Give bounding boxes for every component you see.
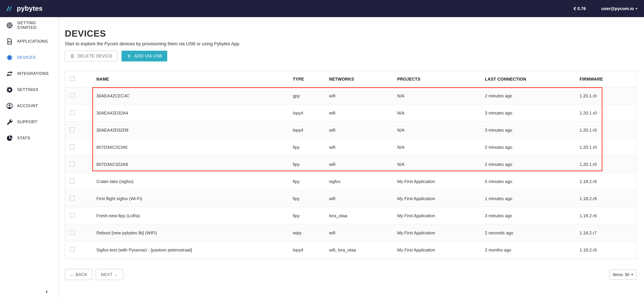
table-row[interactable]: Reboot [new pybytes lib] (WiFi)wipywifiM… bbox=[65, 224, 636, 242]
sidebar-item-devices[interactable]: DEVICES bbox=[0, 49, 58, 66]
devices-table-header: NAME TYPE NETWORKS PROJECTS LAST CONNECT… bbox=[65, 71, 636, 87]
device-networks: wifi bbox=[329, 144, 397, 150]
sidebar-item-label: ACCOUNT bbox=[17, 104, 38, 108]
layout: GETTING STARTEDAPPLICATIONSDEVICESINTEGR… bbox=[0, 17, 644, 299]
device-networks: wifi, lora_otaa bbox=[329, 248, 397, 252]
row-checkbox[interactable] bbox=[70, 127, 74, 132]
select-all-checkbox[interactable] bbox=[70, 76, 74, 81]
gear-icon bbox=[6, 86, 13, 93]
row-checkbox[interactable] bbox=[70, 213, 74, 218]
sidebar-item-applications[interactable]: APPLICATIONS bbox=[0, 33, 58, 49]
pagination: ← BACK NEXT → Items: 30 ▾ bbox=[65, 269, 636, 280]
row-checkbox-cell bbox=[65, 230, 96, 236]
column-header-firmware: FIRMWARE bbox=[580, 77, 636, 82]
row-checkbox-cell bbox=[65, 110, 96, 116]
chip-icon bbox=[6, 54, 13, 61]
sidebar-item-support[interactable]: SUPPORT bbox=[0, 114, 58, 130]
sidebar-collapse-button[interactable]: ‹ bbox=[46, 288, 48, 294]
sidebar-item-integrations[interactable]: INTEGRATIONS bbox=[0, 66, 58, 82]
device-name: 30AEA42CEC4C bbox=[96, 93, 293, 98]
sidebar-item-label: INTEGRATIONS bbox=[17, 71, 49, 76]
sidebar-item-label: DEVICES bbox=[17, 55, 36, 60]
sidebar-item-label: APPLICATIONS bbox=[17, 39, 48, 44]
user-menu[interactable]: user@pycom.io ▾ bbox=[601, 6, 637, 11]
next-button[interactable]: NEXT → bbox=[96, 269, 123, 280]
device-type: lopy4 bbox=[293, 110, 329, 115]
items-per-page-select[interactable]: Items: 30 ▾ bbox=[609, 270, 636, 280]
device-last-connection: 2 seconds ago bbox=[485, 230, 580, 235]
table-row[interactable]: 30AEA42CEC4CgpywifiN/A2 minutes ago1.20.… bbox=[65, 87, 636, 104]
row-checkbox[interactable] bbox=[70, 196, 74, 200]
row-checkbox[interactable] bbox=[70, 230, 74, 234]
sidebar-nav: GETTING STARTEDAPPLICATIONSDEVICESINTEGR… bbox=[0, 17, 58, 146]
delete-device-button[interactable]: DELETE DEVICE bbox=[65, 51, 118, 62]
pycom-logo-icon bbox=[5, 5, 14, 12]
code-document-icon bbox=[6, 38, 13, 45]
row-checkbox[interactable] bbox=[70, 144, 74, 149]
table-row[interactable]: 807D3AC31340fipywifiN/A2 minutes ago1.20… bbox=[65, 139, 636, 156]
device-projects: N/A bbox=[397, 110, 485, 115]
device-networks: sigfox bbox=[329, 179, 397, 184]
sidebar-item-getting-started[interactable]: GETTING STARTED bbox=[0, 17, 58, 33]
table-row[interactable]: First flight sigfox (Wi-Fi)fipywifiMy Fi… bbox=[65, 190, 636, 207]
device-firmware: 1.20.1.r0 bbox=[580, 144, 636, 150]
device-projects: My First Application bbox=[397, 179, 485, 184]
device-type: lopy4 bbox=[293, 128, 329, 132]
device-firmware: 1.18.2.r6 bbox=[580, 179, 636, 184]
device-type: lopy4 bbox=[293, 248, 329, 252]
column-header-name: NAME bbox=[96, 77, 293, 82]
row-checkbox-cell bbox=[65, 196, 96, 201]
arrows-swap-icon bbox=[6, 70, 13, 77]
select-all-cell bbox=[65, 76, 96, 82]
navbar-right: € 0.76 user@pycom.io ▾ bbox=[574, 6, 637, 11]
device-networks: wifi bbox=[329, 128, 397, 132]
user-email: user@pycom.io bbox=[601, 6, 634, 11]
device-firmware: 1.18.2.r7 bbox=[580, 230, 636, 235]
usb-icon bbox=[126, 54, 132, 58]
pie-chart-icon bbox=[6, 134, 13, 142]
row-checkbox[interactable] bbox=[70, 161, 74, 166]
delete-device-label: DELETE DEVICE bbox=[78, 54, 112, 58]
table-row[interactable]: 807D3AC322A8fipywifiN/A2 minutes ago1.20… bbox=[65, 156, 636, 173]
device-type: fipy bbox=[293, 213, 329, 218]
device-name: Reboot [new pybytes lib] (WiFi) bbox=[96, 230, 293, 235]
device-type: fipy bbox=[293, 196, 329, 201]
table-row[interactable]: 30AEA42D32D8lopy4wifiN/A3 minutes ago1.2… bbox=[65, 122, 636, 139]
add-via-usb-button[interactable]: ADD VIA USB bbox=[122, 51, 167, 62]
chevron-down-icon: ▾ bbox=[636, 7, 637, 10]
device-type: fipy bbox=[293, 162, 329, 167]
user-icon bbox=[6, 102, 13, 109]
table-row[interactable]: Crater-lake (sigfox)fipysigfoxMy First A… bbox=[65, 173, 636, 190]
device-name: 807D3AC322A8 bbox=[96, 162, 293, 167]
table-row[interactable]: 30AEA42D32A4lopy4wifiN/A3 minutes ago1.2… bbox=[65, 104, 636, 122]
row-checkbox[interactable] bbox=[70, 247, 74, 252]
device-type: fipy bbox=[293, 144, 329, 150]
sidebar-item-stats[interactable]: STATS bbox=[0, 130, 58, 146]
table-row[interactable]: Fresh-new-fipy (LoRa)fipylora_otaaMy Fir… bbox=[65, 207, 636, 224]
row-checkbox-cell bbox=[65, 247, 96, 253]
device-type: gpy bbox=[293, 93, 329, 98]
device-name: First flight sigfox (Wi-Fi) bbox=[96, 196, 293, 201]
devices-table: NAME TYPE NETWORKS PROJECTS LAST CONNECT… bbox=[65, 71, 636, 259]
sidebar-item-account[interactable]: ACCOUNT bbox=[0, 98, 58, 114]
devices-table-body: 30AEA42CEC4CgpywifiN/A2 minutes ago1.20.… bbox=[65, 87, 636, 258]
back-button[interactable]: ← BACK bbox=[65, 269, 92, 280]
page-subtitle: Start to explore the Pycom devices by pr… bbox=[65, 41, 636, 47]
pagination-buttons: ← BACK NEXT → bbox=[65, 269, 123, 280]
device-firmware: 1.20.1.r0 bbox=[580, 162, 636, 167]
device-networks: wifi bbox=[329, 162, 397, 167]
device-last-connection: 3 minutes ago bbox=[485, 213, 580, 218]
row-checkbox[interactable] bbox=[70, 110, 74, 115]
row-checkbox[interactable] bbox=[70, 178, 74, 183]
row-checkbox[interactable] bbox=[70, 93, 74, 98]
sidebar-item-settings[interactable]: SETTINGS bbox=[0, 82, 58, 98]
device-projects: My First Application bbox=[397, 230, 485, 235]
device-networks: wifi bbox=[329, 93, 397, 98]
device-firmware: 1.18.2.r6 bbox=[580, 213, 636, 218]
device-last-connection: 2 minutes ago bbox=[485, 144, 580, 150]
table-row[interactable]: Sigfox-test (with Pysense) - [pastoor pe… bbox=[65, 242, 636, 258]
pybytes-logo[interactable]: pybytes bbox=[5, 5, 43, 12]
page-title: DEVICES bbox=[65, 28, 636, 38]
device-firmware: 1.18.2.r6 bbox=[580, 196, 636, 201]
device-last-connection: 1 minutes ago bbox=[485, 196, 580, 201]
